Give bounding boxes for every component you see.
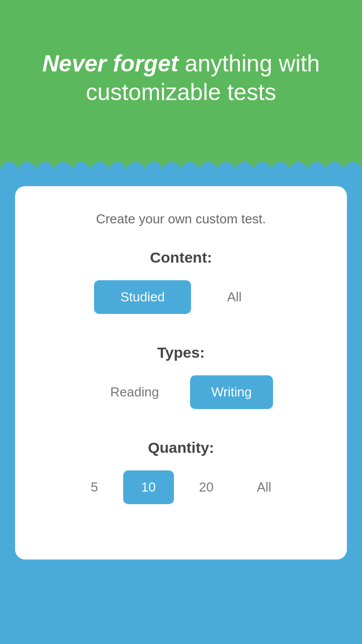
- reading-button[interactable]: Reading: [89, 375, 180, 409]
- header-section: Never forget anything with customizable …: [0, 0, 362, 156]
- q10-button[interactable]: 10: [123, 470, 174, 504]
- content-section-label: Content:: [150, 249, 212, 266]
- types-section-label: Types:: [157, 344, 205, 361]
- qall-button[interactable]: All: [239, 470, 290, 504]
- types-button-group: Reading Writing: [89, 375, 273, 409]
- wave-divider: [0, 156, 362, 171]
- q5-button[interactable]: 5: [72, 470, 116, 504]
- custom-test-card: Create your own custom test. Content: St…: [15, 186, 347, 559]
- svg-rect-0: [0, 156, 362, 171]
- header-rest: anything with: [178, 50, 320, 76]
- header-title: Never forget anything with customizable …: [22, 49, 340, 107]
- header-line2: customizable tests: [86, 79, 276, 105]
- writing-button[interactable]: Writing: [190, 375, 273, 409]
- q20-button[interactable]: 20: [181, 470, 232, 504]
- all-content-button[interactable]: All: [201, 280, 268, 314]
- quantity-section-label: Quantity:: [148, 439, 214, 456]
- main-content: Create your own custom test. Content: St…: [0, 171, 362, 644]
- divider-svg: [0, 156, 362, 171]
- quantity-button-group: 5 10 20 All: [72, 470, 289, 504]
- content-button-group: Studied All: [94, 280, 267, 314]
- card-subtitle: Create your own custom test.: [96, 211, 266, 227]
- studied-button[interactable]: Studied: [94, 280, 191, 314]
- header-bold: Never forget: [42, 50, 178, 76]
